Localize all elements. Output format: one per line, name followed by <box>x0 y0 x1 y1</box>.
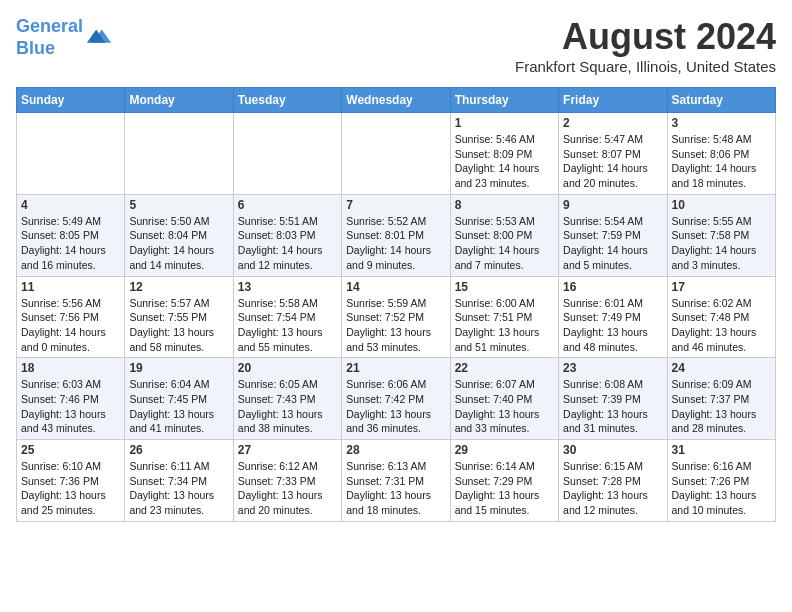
day-number: 7 <box>346 198 445 212</box>
calendar-cell-w5d4: 28Sunrise: 6:13 AM Sunset: 7:31 PM Dayli… <box>342 440 450 522</box>
day-info: Sunrise: 5:54 AM Sunset: 7:59 PM Dayligh… <box>563 214 662 273</box>
calendar-cell-w1d1 <box>17 113 125 195</box>
calendar-cell-w2d7: 10Sunrise: 5:55 AM Sunset: 7:58 PM Dayli… <box>667 194 775 276</box>
day-number: 26 <box>129 443 228 457</box>
day-number: 28 <box>346 443 445 457</box>
calendar-cell-w4d7: 24Sunrise: 6:09 AM Sunset: 7:37 PM Dayli… <box>667 358 775 440</box>
day-number: 16 <box>563 280 662 294</box>
day-number: 22 <box>455 361 554 375</box>
calendar-cell-w1d3 <box>233 113 341 195</box>
day-info: Sunrise: 5:56 AM Sunset: 7:56 PM Dayligh… <box>21 296 120 355</box>
calendar-cell-w3d1: 11Sunrise: 5:56 AM Sunset: 7:56 PM Dayli… <box>17 276 125 358</box>
header-saturday: Saturday <box>667 88 775 113</box>
day-number: 12 <box>129 280 228 294</box>
calendar-cell-w3d3: 13Sunrise: 5:58 AM Sunset: 7:54 PM Dayli… <box>233 276 341 358</box>
day-info: Sunrise: 5:59 AM Sunset: 7:52 PM Dayligh… <box>346 296 445 355</box>
day-info: Sunrise: 6:06 AM Sunset: 7:42 PM Dayligh… <box>346 377 445 436</box>
day-info: Sunrise: 6:02 AM Sunset: 7:48 PM Dayligh… <box>672 296 771 355</box>
calendar-week-2: 4Sunrise: 5:49 AM Sunset: 8:05 PM Daylig… <box>17 194 776 276</box>
calendar-cell-w1d7: 3Sunrise: 5:48 AM Sunset: 8:06 PM Daylig… <box>667 113 775 195</box>
day-info: Sunrise: 6:10 AM Sunset: 7:36 PM Dayligh… <box>21 459 120 518</box>
calendar-cell-w1d2 <box>125 113 233 195</box>
day-number: 6 <box>238 198 337 212</box>
calendar-cell-w3d5: 15Sunrise: 6:00 AM Sunset: 7:51 PM Dayli… <box>450 276 558 358</box>
day-info: Sunrise: 6:14 AM Sunset: 7:29 PM Dayligh… <box>455 459 554 518</box>
calendar-cell-w2d6: 9Sunrise: 5:54 AM Sunset: 7:59 PM Daylig… <box>559 194 667 276</box>
calendar-cell-w2d5: 8Sunrise: 5:53 AM Sunset: 8:00 PM Daylig… <box>450 194 558 276</box>
calendar-cell-w4d1: 18Sunrise: 6:03 AM Sunset: 7:46 PM Dayli… <box>17 358 125 440</box>
calendar-cell-w4d3: 20Sunrise: 6:05 AM Sunset: 7:43 PM Dayli… <box>233 358 341 440</box>
calendar-cell-w3d6: 16Sunrise: 6:01 AM Sunset: 7:49 PM Dayli… <box>559 276 667 358</box>
day-number: 13 <box>238 280 337 294</box>
day-number: 14 <box>346 280 445 294</box>
day-info: Sunrise: 6:00 AM Sunset: 7:51 PM Dayligh… <box>455 296 554 355</box>
logo-line1: General <box>16 16 83 36</box>
calendar-cell-w4d2: 19Sunrise: 6:04 AM Sunset: 7:45 PM Dayli… <box>125 358 233 440</box>
header-tuesday: Tuesday <box>233 88 341 113</box>
day-number: 5 <box>129 198 228 212</box>
day-number: 25 <box>21 443 120 457</box>
day-info: Sunrise: 5:51 AM Sunset: 8:03 PM Dayligh… <box>238 214 337 273</box>
calendar-table: Sunday Monday Tuesday Wednesday Thursday… <box>16 87 776 522</box>
day-info: Sunrise: 6:08 AM Sunset: 7:39 PM Dayligh… <box>563 377 662 436</box>
calendar-cell-w1d4 <box>342 113 450 195</box>
page-header: General Blue August 2024 Frankfort Squar… <box>16 16 776 75</box>
header-friday: Friday <box>559 88 667 113</box>
calendar-cell-w3d4: 14Sunrise: 5:59 AM Sunset: 7:52 PM Dayli… <box>342 276 450 358</box>
logo-line2: Blue <box>16 38 55 58</box>
day-number: 19 <box>129 361 228 375</box>
calendar-header: Sunday Monday Tuesday Wednesday Thursday… <box>17 88 776 113</box>
day-number: 29 <box>455 443 554 457</box>
day-info: Sunrise: 5:53 AM Sunset: 8:00 PM Dayligh… <box>455 214 554 273</box>
calendar-week-5: 25Sunrise: 6:10 AM Sunset: 7:36 PM Dayli… <box>17 440 776 522</box>
calendar-cell-w2d2: 5Sunrise: 5:50 AM Sunset: 8:04 PM Daylig… <box>125 194 233 276</box>
day-info: Sunrise: 6:13 AM Sunset: 7:31 PM Dayligh… <box>346 459 445 518</box>
calendar-cell-w5d6: 30Sunrise: 6:15 AM Sunset: 7:28 PM Dayli… <box>559 440 667 522</box>
calendar-cell-w4d6: 23Sunrise: 6:08 AM Sunset: 7:39 PM Dayli… <box>559 358 667 440</box>
day-number: 3 <box>672 116 771 130</box>
day-number: 17 <box>672 280 771 294</box>
day-info: Sunrise: 5:52 AM Sunset: 8:01 PM Dayligh… <box>346 214 445 273</box>
header-sunday: Sunday <box>17 88 125 113</box>
days-of-week-row: Sunday Monday Tuesday Wednesday Thursday… <box>17 88 776 113</box>
title-block: August 2024 Frankfort Square, Illinois, … <box>515 16 776 75</box>
day-info: Sunrise: 5:47 AM Sunset: 8:07 PM Dayligh… <box>563 132 662 191</box>
day-info: Sunrise: 5:48 AM Sunset: 8:06 PM Dayligh… <box>672 132 771 191</box>
calendar-cell-w5d1: 25Sunrise: 6:10 AM Sunset: 7:36 PM Dayli… <box>17 440 125 522</box>
day-info: Sunrise: 6:16 AM Sunset: 7:26 PM Dayligh… <box>672 459 771 518</box>
day-number: 20 <box>238 361 337 375</box>
location: Frankfort Square, Illinois, United State… <box>515 58 776 75</box>
calendar-cell-w3d7: 17Sunrise: 6:02 AM Sunset: 7:48 PM Dayli… <box>667 276 775 358</box>
day-info: Sunrise: 5:58 AM Sunset: 7:54 PM Dayligh… <box>238 296 337 355</box>
day-number: 1 <box>455 116 554 130</box>
day-info: Sunrise: 5:55 AM Sunset: 7:58 PM Dayligh… <box>672 214 771 273</box>
calendar-cell-w4d5: 22Sunrise: 6:07 AM Sunset: 7:40 PM Dayli… <box>450 358 558 440</box>
day-number: 10 <box>672 198 771 212</box>
day-number: 31 <box>672 443 771 457</box>
day-info: Sunrise: 6:03 AM Sunset: 7:46 PM Dayligh… <box>21 377 120 436</box>
logo: General Blue <box>16 16 113 59</box>
day-info: Sunrise: 5:49 AM Sunset: 8:05 PM Dayligh… <box>21 214 120 273</box>
calendar-cell-w5d5: 29Sunrise: 6:14 AM Sunset: 7:29 PM Dayli… <box>450 440 558 522</box>
header-thursday: Thursday <box>450 88 558 113</box>
calendar-cell-w5d7: 31Sunrise: 6:16 AM Sunset: 7:26 PM Dayli… <box>667 440 775 522</box>
calendar-week-3: 11Sunrise: 5:56 AM Sunset: 7:56 PM Dayli… <box>17 276 776 358</box>
day-number: 9 <box>563 198 662 212</box>
day-info: Sunrise: 6:15 AM Sunset: 7:28 PM Dayligh… <box>563 459 662 518</box>
header-wednesday: Wednesday <box>342 88 450 113</box>
calendar-cell-w2d1: 4Sunrise: 5:49 AM Sunset: 8:05 PM Daylig… <box>17 194 125 276</box>
day-number: 15 <box>455 280 554 294</box>
logo-text: General Blue <box>16 16 83 59</box>
calendar-week-4: 18Sunrise: 6:03 AM Sunset: 7:46 PM Dayli… <box>17 358 776 440</box>
day-info: Sunrise: 6:12 AM Sunset: 7:33 PM Dayligh… <box>238 459 337 518</box>
day-info: Sunrise: 6:11 AM Sunset: 7:34 PM Dayligh… <box>129 459 228 518</box>
calendar-cell-w1d6: 2Sunrise: 5:47 AM Sunset: 8:07 PM Daylig… <box>559 113 667 195</box>
day-info: Sunrise: 6:04 AM Sunset: 7:45 PM Dayligh… <box>129 377 228 436</box>
day-number: 11 <box>21 280 120 294</box>
day-number: 27 <box>238 443 337 457</box>
day-number: 21 <box>346 361 445 375</box>
calendar-cell-w3d2: 12Sunrise: 5:57 AM Sunset: 7:55 PM Dayli… <box>125 276 233 358</box>
calendar-cell-w5d3: 27Sunrise: 6:12 AM Sunset: 7:33 PM Dayli… <box>233 440 341 522</box>
day-number: 8 <box>455 198 554 212</box>
day-number: 23 <box>563 361 662 375</box>
